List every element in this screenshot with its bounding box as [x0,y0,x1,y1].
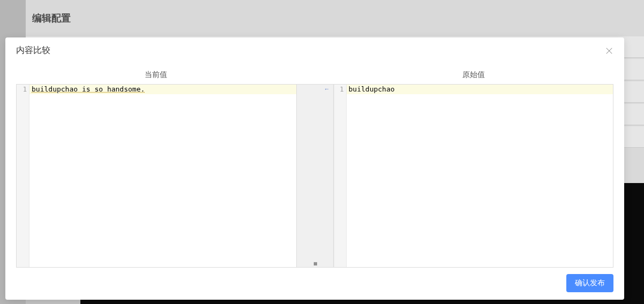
left-code[interactable]: buildupchao is so handsome. [29,85,296,267]
diff-column-headers: 当前值 原始值 [16,64,613,84]
diff-left-pane[interactable]: 1 buildupchao is so handsome. [17,85,296,267]
merge-left-arrow-icon[interactable]: ← [324,86,330,92]
diff-viewer: 1 buildupchao is so handsome. ← ▮▮ 1 bui… [16,84,613,268]
resize-handle-icon[interactable]: ▮▮ [313,261,317,266]
left-line-gutter: 1 [17,85,29,267]
modal-footer: 确认发布 [5,268,624,300]
current-value-header: 当前值 [16,70,296,80]
original-value-header: 原始值 [334,70,614,80]
right-code[interactable]: buildupchao [347,85,613,267]
content-compare-modal: 内容比较 当前值 原始值 1 buildupchao is so handsom… [5,37,624,300]
diff-line: buildupchao is so handsome. [29,85,296,94]
close-icon[interactable] [605,47,613,55]
confirm-publish-button[interactable]: 确认发布 [566,274,613,292]
page-title: 编辑配置 [32,12,71,25]
diff-right-pane[interactable]: 1 buildupchao [334,85,613,267]
right-line-gutter: 1 [334,85,347,267]
diff-connector: ← ▮▮ [296,85,334,267]
modal-title: 内容比较 [16,45,50,56]
modal-header: 内容比较 [5,37,624,64]
page-header: 编辑配置 [26,0,644,36]
diff-line: buildupchao [347,85,613,94]
modal-body: 当前值 原始值 1 buildupchao is so handsome. ← … [5,64,624,268]
